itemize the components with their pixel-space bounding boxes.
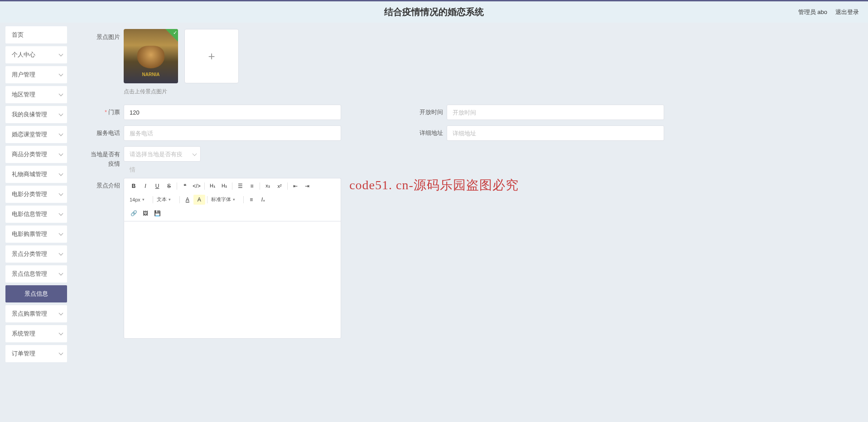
sidebar: 首页个人中心用户管理地区管理我的良缘管理婚恋课堂管理商品分类管理礼物商城管理电影… [0,23,72,422]
bold-icon[interactable]: B [128,181,140,191]
covid-label: 当地是否有疫情 [86,146,120,169]
sidebar-item-6[interactable]: 商品分类管理 [5,146,67,163]
sidebar-item-7[interactable]: 礼物商城管理 [5,166,67,183]
text-menu-select[interactable]: 文本 [155,195,178,204]
italic-icon[interactable]: I [140,181,151,191]
image-label: 景点图片 [86,29,120,42]
unordered-list-icon[interactable]: ≡ [246,181,258,191]
plus-icon: + [208,49,215,63]
logout-link[interactable]: 退出登录 [835,8,859,16]
sidebar-item-12[interactable]: 景点信息管理 [5,265,67,283]
ticket-input[interactable] [124,105,341,120]
intro-label: 景点介绍 [86,178,120,190]
header: 结合疫情情况的婚恋系统 管理员 abo 退出登录 [0,0,868,23]
check-icon [165,29,178,42]
image-icon[interactable]: 🖼 [140,208,151,218]
phone-label: 服务电话 [86,125,120,137]
indent-left-icon[interactable]: ⇤ [289,181,301,191]
sidebar-item-11[interactable]: 景点分类管理 [5,245,67,263]
link-icon[interactable]: 🔗 [128,208,140,218]
sidebar-item-15[interactable]: 系统管理 [5,325,67,342]
main-content: 景点图片 NARNIA + 点击上传景点图片 [72,23,868,422]
sidebar-item-0[interactable]: 首页 [5,26,67,43]
quote-icon[interactable]: ❝ [179,181,191,191]
sidebar-item-2[interactable]: 用户管理 [5,66,67,83]
align-icon[interactable]: ≡ [246,195,257,205]
phone-input[interactable] [124,125,341,141]
clear-format-icon[interactable]: Iₓ [257,195,269,205]
font-family-select[interactable]: 标准字体 [209,195,241,204]
font-color-icon[interactable]: A [182,195,193,205]
upload-add-button[interactable]: + [184,29,239,83]
user-label[interactable]: 管理员 abo [798,8,827,16]
subscript-icon[interactable]: x₂ [262,181,274,191]
sidebar-item-13[interactable]: 景点信息 [5,285,67,302]
uploaded-thumbnail[interactable]: NARNIA [124,29,178,83]
h1-icon[interactable]: H₁ [207,181,218,191]
sidebar-item-9[interactable]: 电影信息管理 [5,206,67,223]
underline-icon[interactable]: U [151,181,163,191]
sidebar-item-1[interactable]: 个人中心 [5,46,67,63]
page-title: 结合疫情情况的婚恋系统 [384,6,484,18]
sidebar-item-4[interactable]: 我的良缘管理 [5,106,67,123]
save-icon[interactable]: 💾 [151,208,163,218]
sidebar-item-8[interactable]: 电影分类管理 [5,186,67,203]
sidebar-item-10[interactable]: 电影购票管理 [5,225,67,243]
code-icon[interactable]: </> [191,181,203,191]
header-right: 管理员 abo 退出登录 [798,8,859,16]
covid-select[interactable]: 请选择当地是否有疫情 [124,146,201,162]
bg-color-icon[interactable]: A [193,195,205,205]
address-input[interactable] [447,125,664,141]
ticket-label: *门票 [86,105,120,116]
indent-right-icon[interactable]: ⇥ [301,181,313,191]
strike-icon[interactable]: S [163,181,175,191]
sidebar-item-16[interactable]: 订单管理 [5,345,67,362]
open-time-label: 开放时间 [409,105,443,116]
upload-hint: 点击上传景点图片 [124,88,239,96]
open-time-input[interactable] [447,105,664,120]
font-size-select[interactable]: 14px [128,195,151,204]
editor-body[interactable] [124,221,341,339]
sidebar-item-14[interactable]: 景点购票管理 [5,305,67,322]
ordered-list-icon[interactable]: ☰ [234,181,246,191]
sidebar-item-3[interactable]: 地区管理 [5,86,67,103]
address-label: 详细地址 [409,125,443,137]
h2-icon[interactable]: H₂ [218,181,230,191]
rich-text-editor: B I U S ❝ </> H₁ H₂ ☰ ≡ x₂ [124,178,341,339]
sidebar-item-5[interactable]: 婚恋课堂管理 [5,126,67,143]
editor-toolbar: B I U S ❝ </> H₁ H₂ ☰ ≡ x₂ [124,178,341,221]
image-upload-group: 景点图片 NARNIA + 点击上传景点图片 [86,29,854,105]
superscript-icon[interactable]: x² [274,181,285,191]
